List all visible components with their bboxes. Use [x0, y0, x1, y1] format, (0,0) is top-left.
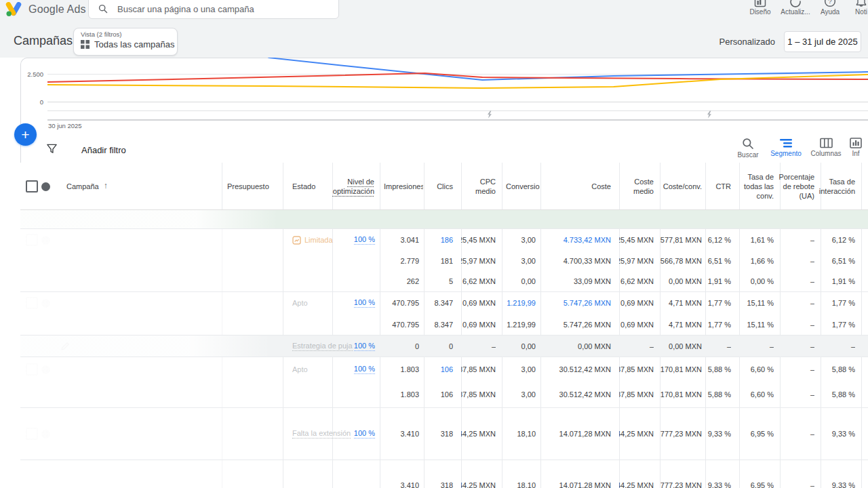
estado-cell[interactable]: Falta la extensión: [292, 408, 332, 460]
column-header-tasa-de-interacci-n[interactable]: Tasa de interacción: [821, 163, 855, 210]
nivel-optimizacion-cell[interactable]: 100 %: [332, 357, 375, 382]
nivel-optimizacion-cell[interactable]: 100 %: [332, 336, 375, 357]
filter-icon[interactable]: [46, 143, 58, 155]
annotation-marker-icon[interactable]: [706, 110, 713, 119]
metric-cell: 5,88 %: [705, 357, 731, 382]
table-row[interactable]: 2.77918125,97 MXN3,004.700,33 MXN25,97 M…: [20, 251, 868, 271]
metric-cell[interactable]: 106: [424, 357, 453, 382]
column-header-tasa-de-todas-las-conv-[interactable]: Tasa de todas las conv.: [739, 163, 774, 210]
table-row[interactable]: Falta la extensión100 %3.41031844,25 MXN…: [20, 407, 868, 460]
topbar-action-actualiz[interactable]: Actualiz...: [778, 0, 813, 16]
topbar-action-noti[interactable]: Noti: [844, 0, 868, 16]
toolbar-action-buscar[interactable]: Buscar: [729, 138, 767, 159]
metric-cell: –: [821, 336, 855, 357]
select-all-checkbox[interactable]: [26, 163, 39, 210]
metric-cell: 318: [424, 460, 453, 488]
column-header-ctr[interactable]: CTR: [705, 163, 731, 210]
chart-lines: [47, 58, 868, 105]
add-campaign-button[interactable]: +: [14, 123, 37, 146]
metric-cell: –: [780, 336, 814, 357]
column-header-label: CTR: [715, 182, 731, 191]
nivel-optimizacion-cell[interactable]: 100 %: [332, 229, 375, 251]
topbar-action-diseo[interactable]: Diseño: [743, 0, 778, 16]
view-selector-chip[interactable]: Vista (2 filtros) Todas las campañas: [73, 28, 178, 56]
search-icon: [98, 4, 108, 14]
metric-cell[interactable]: 5.747,26 MXN: [540, 292, 611, 314]
metric-cell: 0,69 MXN: [461, 292, 496, 314]
estado-cell[interactable]: Limitada: [292, 229, 332, 251]
estado-cell[interactable]: Estrategia de puja: [292, 336, 332, 357]
metric-cell: 0: [424, 336, 453, 357]
metric-cell: 0,00 MXN: [660, 271, 702, 291]
column-header-presupuesto[interactable]: Presupuesto: [227, 163, 282, 210]
metric-cell: 287,85 MXN: [461, 357, 496, 382]
estado-cell[interactable]: Apto: [292, 292, 332, 314]
status-dot-filter[interactable]: [41, 163, 55, 210]
table-row[interactable]: 26256,62 MXN0,0033,09 MXN6,62 MXN0,00 MX…: [20, 271, 868, 291]
metric-cell: 470.795: [380, 314, 419, 335]
table-row[interactable]: 470.7958.3470,69 MXN1.219,995.747,26 MXN…: [20, 314, 868, 335]
column-header-campa-a[interactable]: Campaña↑: [66, 163, 221, 210]
metric-cell: 18,10: [502, 460, 536, 488]
global-search[interactable]: [88, 0, 339, 19]
metric-cell: 1,61 %: [739, 229, 774, 251]
estado-cell[interactable]: Apto: [292, 357, 332, 382]
column-header-coste-conv-[interactable]: Coste/conv.: [660, 163, 702, 210]
metric-cell[interactable]: 1.219,99: [502, 292, 536, 314]
nivel-optimizacion-cell[interactable]: 100 %: [332, 292, 375, 314]
metric-cell: 3,00: [502, 357, 536, 382]
column-header-nivel-de-optimizaci-n[interactable]: Nivel de optimización: [332, 163, 374, 210]
nivel-optimizacion-cell[interactable]: 100 %: [332, 408, 375, 460]
add-filter-button[interactable]: Añadir filtro: [81, 145, 126, 155]
metric-cell: 287,85 MXN: [461, 382, 496, 407]
table-row[interactable]: Estrategia de puja100 %00–0,000,00 MXN–0…: [20, 335, 868, 357]
column-header-conversiones[interactable]: Conversiones: [506, 163, 540, 210]
metric-cell: –: [780, 314, 814, 335]
topbar-action-ayuda[interactable]: ?Ayuda: [812, 0, 848, 16]
metric-cell: 30.512,42 MXN: [540, 357, 611, 382]
column-header-estado[interactable]: Estado: [292, 163, 332, 210]
date-range-picker[interactable]: 1 – 31 jul de 2025: [784, 31, 861, 52]
column-header-clics[interactable]: Clics: [424, 163, 453, 210]
column-header-porcentaje-de-rebote-ua-[interactable]: Porcentaje de rebote (UA): [780, 163, 814, 210]
table-row[interactable]: Limitada100 %3.04118625,45 MXN3,004.733,…: [20, 228, 868, 251]
metric-cell: 44,25 MXN: [461, 460, 496, 488]
column-header-coste[interactable]: Coste: [540, 163, 611, 210]
metric-cell: 15,11 %: [739, 292, 774, 314]
metric-cell: 0,69 MXN: [619, 314, 654, 335]
toolbar-action-inf[interactable]: Inf: [837, 138, 868, 157]
google-ads-logo[interactable]: Google Ads: [5, 2, 86, 17]
metric-cell: 6,12 %: [821, 229, 855, 251]
table-row[interactable]: 3.41031844,25 MXN18,1014.071,28 MXN44,25…: [20, 460, 868, 488]
scrub-track-bottom[interactable]: [47, 119, 868, 121]
metric-cell: 318: [424, 408, 453, 460]
column-header-impresiones[interactable]: Impresiones: [384, 163, 423, 210]
optimization-score-link: 100 %: [354, 298, 375, 308]
toolbar-action-segmento[interactable]: Segmento: [767, 138, 805, 157]
column-header-coste-medio[interactable]: Coste medio: [619, 163, 654, 210]
metric-cell: –: [461, 336, 496, 357]
metric-cell: 1,91 %: [705, 271, 731, 291]
metric-cell: 9,33 %: [705, 408, 731, 460]
table-row[interactable]: Apto100 %1.803106287,85 MXN3,0030.512,42…: [20, 357, 868, 382]
table-row[interactable]: Apto100 %470.7958.3470,69 MXN1.219,995.7…: [20, 291, 868, 314]
metric-cell: 6,95 %: [739, 460, 774, 488]
metric-cell[interactable]: 4.733,42 MXN: [540, 229, 611, 251]
y-tick-2500: 2.500: [20, 70, 43, 78]
annotation-marker-icon[interactable]: [486, 110, 493, 119]
search-input[interactable]: [116, 3, 322, 15]
redacted-campaign-area: [20, 382, 271, 407]
metric-cell: 1,77 %: [705, 314, 731, 335]
metric-cell: 6,51 %: [821, 251, 855, 271]
search-icon: [742, 138, 754, 150]
table-row[interactable]: 1.803106287,85 MXN3,0030.512,42 MXN287,8…: [20, 382, 868, 407]
metric-cell: 9,33 %: [821, 460, 855, 488]
metric-cell: 25,97 MXN: [619, 251, 654, 271]
metric-cell: 6,60 %: [739, 382, 774, 407]
metric-cell: 0,00: [502, 271, 536, 291]
date-mode-label[interactable]: Personalizado: [719, 37, 775, 47]
metric-cell: –: [780, 460, 814, 488]
column-header-cpc-medio[interactable]: CPC medio: [461, 163, 496, 210]
metric-cell[interactable]: 186: [424, 229, 453, 251]
performance-chart[interactable]: 2.500 0 30 jun 2025: [20, 58, 868, 132]
